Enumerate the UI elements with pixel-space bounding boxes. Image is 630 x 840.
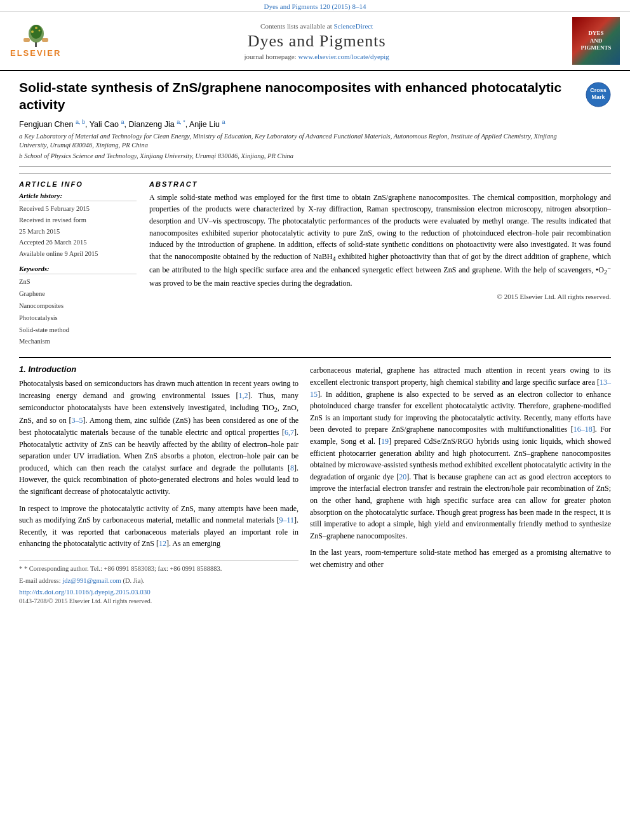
abstract-heading: ABSTRACT — [149, 180, 611, 188]
contents-available: Contents lists available at ScienceDirec… — [67, 22, 566, 30]
journal-title: Dyes and Pigments — [67, 32, 566, 51]
keyword-zns: ZnS — [19, 276, 137, 288]
keywords-label: Keywords: — [19, 265, 137, 274]
keyword-mechanism: Mechanism — [19, 336, 137, 348]
journal-homepage: journal homepage: www.elsevier.com/locat… — [67, 53, 566, 60]
issn-line: 0143-7208/© 2015 Elsevier Ltd. All right… — [19, 597, 298, 604]
revised-label: Received in revised form — [19, 215, 137, 226]
svg-text:Mark: Mark — [591, 94, 605, 100]
article-info-heading: ARTICLE INFO — [19, 180, 137, 188]
body-right-column: carbonaceous material, graphene has attr… — [310, 364, 611, 604]
ref-20[interactable]: 20 — [399, 472, 406, 481]
svg-text:Cross: Cross — [590, 87, 607, 93]
article-title-section: Solid-state synthesis of ZnS/graphene na… — [19, 79, 611, 167]
ref-9-11[interactable]: 9–11 — [279, 516, 294, 524]
journal-volume-info: Dyes and Pigments 120 (2015) 8–14 — [0, 0, 630, 12]
svg-point-3 — [31, 30, 34, 33]
copyright-line: © 2015 Elsevier Ltd. All rights reserved… — [149, 293, 611, 300]
journal-header: ELSEVIER Contents lists available at Sci… — [0, 12, 630, 71]
elsevier-logo: ELSEVIER — [10, 24, 61, 58]
volume-label: Dyes and Pigments 120 (2015) 8–14 — [264, 3, 366, 10]
ref-8[interactable]: 8 — [290, 463, 294, 472]
homepage-link[interactable]: www.elsevier.com/locate/dyepig — [298, 53, 389, 60]
svg-rect-7 — [42, 38, 48, 42]
ref-6-7[interactable]: 6,7 — [285, 428, 294, 437]
ref-3-5[interactable]: 3–5 — [72, 416, 83, 425]
article-dates: Received 5 February 2015 Received in rev… — [19, 203, 137, 260]
online-date: Available online 9 April 2015 — [19, 248, 137, 260]
journal-center-block: Contents lists available at ScienceDirec… — [67, 22, 566, 60]
dyes-pigments-logo: DYES AND PIGMENTS — [572, 17, 620, 65]
svg-rect-6 — [23, 38, 30, 42]
abstract-column: ABSTRACT A simple solid-state method was… — [149, 180, 611, 349]
body-content: 1. Introduction Photocatalysis based on … — [19, 357, 611, 604]
footer-section: * * Corresponding author. Tel.: +86 0991… — [19, 560, 298, 605]
ref-1-2[interactable]: 1,2 — [239, 391, 248, 400]
ref-13-15[interactable]: 13–15 — [310, 378, 611, 399]
right-paragraph-2: In the last years, room-temperture solid… — [310, 547, 611, 570]
email-link[interactable]: jdz@991@gmail.com — [62, 577, 121, 584]
keyword-photocatalysis: Photocatalysis — [19, 312, 137, 324]
email-note: E-mail address: jdz@991@gmail.com (D. Ji… — [19, 576, 298, 586]
ref-12[interactable]: 12 — [159, 539, 166, 548]
elsevier-tree-icon — [18, 24, 53, 48]
intro-paragraph-2: In respect to improve the photocatalytic… — [19, 503, 298, 550]
keyword-graphene: Graphene — [19, 288, 137, 300]
article-history-label: Article history: — [19, 192, 137, 201]
keyword-nanocomposites: Nanocomposites — [19, 300, 137, 312]
article-title: Solid-state synthesis of ZnS/graphene na… — [19, 79, 578, 114]
doi-link[interactable]: http://dx.doi.org/10.1016/j.dyepig.2015.… — [19, 588, 298, 596]
article-title-text: Solid-state synthesis of ZnS/graphene na… — [19, 79, 578, 161]
keywords-section: ZnS Graphene Nanocomposites Photocatalys… — [19, 276, 137, 348]
svg-point-5 — [35, 27, 37, 29]
intro-heading: 1. Introduction — [19, 364, 298, 374]
received-date: Received 5 February 2015 — [19, 203, 137, 215]
right-paragraph-1: carbonaceous material, graphene has attr… — [310, 364, 611, 542]
revised-date: 25 March 2015 — [19, 226, 137, 237]
body-left-column: 1. Introduction Photocatalysis based on … — [19, 364, 298, 604]
sciencedirect-link[interactable]: ScienceDirect — [334, 22, 373, 30]
svg-point-4 — [38, 30, 40, 32]
corresponding-author-note: * * Corresponding author. Tel.: +86 0991… — [19, 564, 298, 574]
keyword-solid-state: Solid-state method — [19, 324, 137, 337]
affiliation-b: b School of Physics Science and Technolo… — [19, 152, 578, 161]
article-info-column: ARTICLE INFO Article history: Received 5… — [19, 180, 137, 349]
ref-19[interactable]: 19 — [381, 437, 389, 446]
elsevier-wordmark: ELSEVIER — [10, 48, 61, 58]
main-content: Solid-state synthesis of ZnS/graphene na… — [0, 71, 630, 611]
abstract-text: A simple solid-state method was employed… — [149, 192, 611, 289]
affiliation-a: a Key Laboratory of Material and Technol… — [19, 132, 578, 150]
crossmark-logo: Cross Mark — [586, 82, 611, 107]
authors-line: Fengjuan Chen a, b, Yali Cao a, Dianzeng… — [19, 119, 578, 129]
intro-paragraph-1: Photocatalysis based on semiconductors h… — [19, 378, 298, 497]
svg-rect-0 — [35, 42, 37, 47]
article-info-abstract: ARTICLE INFO Article history: Received 5… — [19, 173, 611, 349]
ref-16-18[interactable]: 16–18 — [573, 425, 593, 434]
accepted-date: Accepted 26 March 2015 — [19, 237, 137, 248]
